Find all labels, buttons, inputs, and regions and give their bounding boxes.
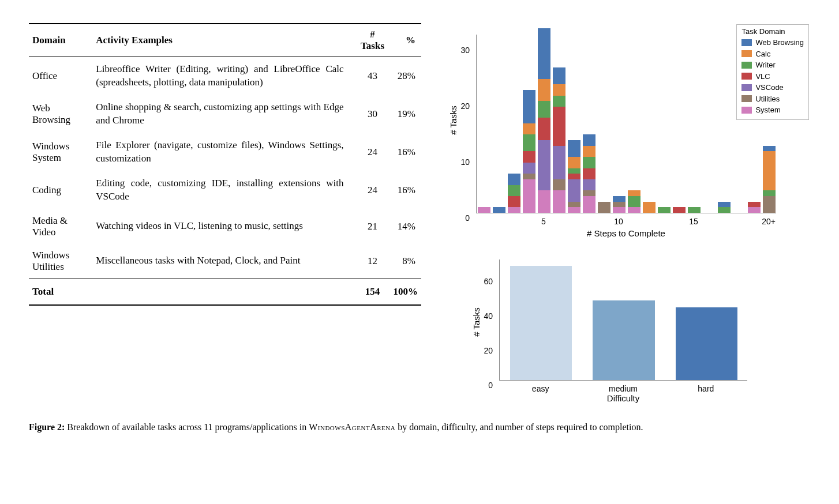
table-row: Web BrowsingOnline shopping & search, cu… [29,95,421,133]
bar-segment [583,157,595,168]
col-pct: % [389,24,421,57]
bar-segment [553,107,565,146]
bar-segment [688,207,700,213]
bar-segment [478,207,490,213]
bar-segment [613,207,625,213]
cell-examples: Miscellaneous tasks with Notepad, Clock,… [92,244,355,279]
cell-tasks: 24 [355,171,390,209]
cell-tasks: 24 [355,133,390,171]
cell-domain: Office [29,57,92,95]
bar-segment [568,157,580,168]
ytick: 0 [488,381,493,390]
bar-segment [763,190,775,196]
bar-segment [583,179,595,190]
bar-segment [583,168,595,179]
bar-segment [553,84,565,95]
legend-item: VLC [741,71,804,82]
bar-segment [538,118,550,140]
bar [676,307,738,380]
legend-item: System [741,104,804,116]
bar-segment [568,202,580,208]
bar-segment [658,207,670,213]
legend-swatch [741,73,752,80]
cell-examples: Watching videos in VLC, listening to mus… [92,209,355,244]
bar-segment [598,202,610,213]
cell-pct: 16% [389,171,421,209]
bar-segment [628,207,640,213]
bar-segment [748,207,760,213]
bar-segment [553,179,565,190]
cell-examples: Online shopping & search, customizing ap… [92,95,355,133]
ytick: 20 [460,101,470,111]
caption-label: Figure 2: [29,422,65,432]
bar-segment [508,185,520,196]
bar-segment [538,79,550,101]
bar-segment [553,190,565,213]
legend-item: VSCode [741,82,804,93]
bar-segment [628,196,640,207]
ytick: 20 [484,346,493,355]
bar-segment [583,134,595,145]
charts-panel: Task Domain Web BrowsingCalcWriterVLCVSC… [444,23,810,404]
legend-item: Calc [741,48,804,60]
bar-stack [568,140,580,213]
xtick: 20+ [762,217,776,226]
bar-segment [508,207,520,213]
bar-segment [718,202,730,208]
bar-stack [583,134,595,213]
table-header-row: Domain Activity Examples # Tasks % [29,24,421,57]
figure-caption: Figure 2: Breakdown of available tasks a… [29,421,810,434]
bar-segment [523,174,535,179]
bar-segment [538,28,550,78]
bar-stack [748,202,760,213]
bar-segment [568,207,580,213]
cell-domain: Windows Utilities [29,244,92,279]
table-total-row: Total154100% [29,279,421,305]
bar-stack [628,190,640,213]
legend-title: Task Domain [741,27,804,36]
ytick: 30 [460,46,470,55]
cell-tasks: 43 [355,57,390,95]
bar-segment [553,67,565,84]
bar-segment [583,190,595,196]
bar-segment [583,196,595,213]
cell-examples [92,279,355,305]
legend-label: System [755,104,780,116]
bar-segment [763,146,775,152]
bar-segment [763,196,775,213]
legend-label: VSCode [755,82,783,93]
bar-segment [538,101,550,118]
bar-segment [628,190,640,196]
bar-segment [523,134,535,151]
cell-tasks: 154 [355,279,390,305]
xtick: 10 [614,217,623,226]
cell-tasks: 30 [355,95,390,133]
legend-box: Task Domain Web BrowsingCalcWriterVLCVSC… [736,24,809,120]
ytick: 10 [460,157,470,167]
legend-item: Web Browsing [741,37,804,48]
bar-stack [553,67,565,213]
bar-segment [613,202,625,208]
bar-segment [553,96,565,107]
caption-text-pre: Breakdown of available tasks across 11 p… [65,422,309,432]
cell-pct: 19% [389,95,421,133]
table-row: Windows UtilitiesMiscellaneous tasks wit… [29,244,421,279]
legend-label: Utilities [755,93,780,105]
bar-stack [643,202,655,213]
legend-swatch [741,39,752,46]
cell-domain: Media & Video [29,209,92,244]
cell-domain: Total [29,279,92,305]
bar-segment [763,151,775,190]
xtick: easy [532,384,549,393]
bar-segment [568,168,580,174]
bar-stack [658,207,670,213]
bar-stack [673,207,685,213]
table-row: Media & VideoWatching videos in VLC, lis… [29,209,421,244]
table-row: Windows SystemFile Explorer (navigate, c… [29,133,421,171]
cell-domain: Coding [29,171,92,209]
legend-swatch [741,107,752,114]
caption-smallcaps: WindowsAgentArena [309,422,395,432]
cell-pct: 100% [389,279,421,305]
bar-stack [478,207,490,213]
cell-domain: Web Browsing [29,95,92,133]
